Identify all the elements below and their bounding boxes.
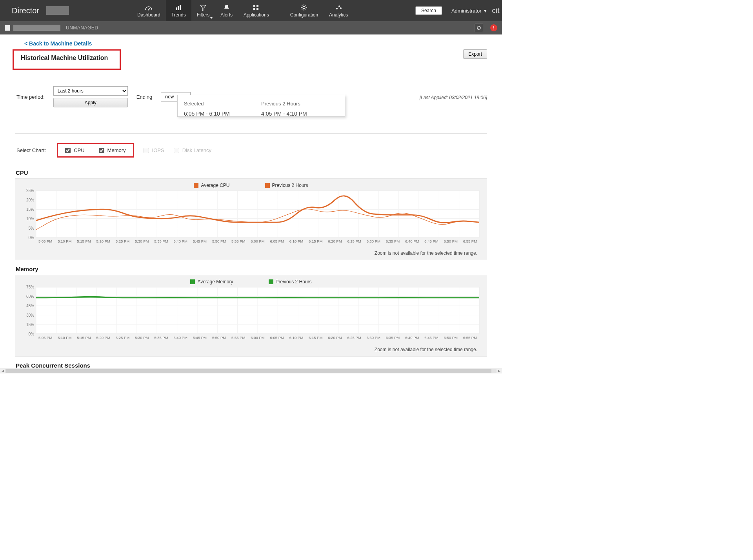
apply-button[interactable]: Apply (53, 98, 128, 107)
scroll-thumb[interactable] (5, 369, 491, 373)
nav-label: Analytics (329, 12, 348, 18)
horizontal-scrollbar[interactable]: ◄ ► (0, 368, 502, 373)
checkbox-cpu-input[interactable] (65, 148, 71, 153)
memory-chart-box: Average Memory Previous 2 Hours 0%15%30%… (15, 275, 487, 357)
refresh-button[interactable] (475, 24, 483, 32)
nav-label: Configuration (290, 12, 318, 18)
nav-configuration[interactable]: Configuration (285, 0, 324, 21)
checkbox-iops-label: IOPS (152, 147, 164, 153)
scroll-right-icon[interactable]: ► (497, 368, 502, 374)
gear-icon (300, 4, 308, 11)
checkbox-memory[interactable]: Memory (99, 147, 126, 153)
svg-rect-8 (256, 8, 258, 10)
legend-label: Average Memory (197, 279, 233, 285)
ending-label: Ending (136, 94, 152, 100)
memory-plot[interactable] (36, 287, 480, 334)
select-chart-label: Select Chart: (16, 147, 46, 153)
nav-alerts[interactable]: Alerts (215, 0, 238, 21)
checkbox-iops-input (144, 148, 149, 153)
nav-applications[interactable]: Applications (238, 0, 275, 21)
legend-swatch-icon (190, 279, 195, 284)
cpu-chart-title: CPU (16, 169, 487, 176)
page-body: < Back to Machine Details Historical Mac… (0, 34, 502, 368)
page-title: Historical Machine Utilization (21, 54, 108, 62)
export-button[interactable]: Export (463, 49, 487, 59)
brand-redacted (46, 6, 69, 15)
time-tooltip-popup: Selected 6:05 PM - 6:10 PM Previous 2 Ho… (177, 95, 345, 117)
divider (15, 133, 487, 134)
cpu-plot[interactable] (36, 190, 480, 237)
memory-chart-section: Memory Average Memory Previous 2 Hours 0… (15, 266, 487, 357)
cpu-chart-section: CPU Average CPU Previous 2 Hours 0%5%10%… (15, 169, 487, 260)
machine-subbar: UNMANAGED ! (0, 21, 502, 34)
top-nav: Director Dashboard Trends Filters Alerts… (0, 0, 502, 21)
back-link[interactable]: < Back to Machine Details (24, 40, 92, 47)
svg-rect-3 (178, 6, 179, 10)
page-title-highlight: Historical Machine Utilization (13, 49, 121, 70)
popup-selected-value: 6:05 PM - 6:10 PM (184, 111, 261, 117)
checkbox-cpu-label: CPU (74, 147, 84, 153)
brand-name: Director (0, 6, 46, 15)
analytics-icon (335, 4, 342, 11)
nav-trends[interactable]: Trends (166, 0, 191, 21)
svg-rect-6 (256, 5, 258, 7)
nav-analytics[interactable]: Analytics (324, 0, 353, 21)
cpu-chart-box: Average CPU Previous 2 Hours 0%5%10%15%2… (15, 178, 487, 260)
checkbox-disk-latency: Disk Latency (174, 147, 211, 153)
nav-dashboard[interactable]: Dashboard (132, 0, 166, 21)
legend-item: Previous 2 Hours (269, 279, 312, 285)
svg-rect-2 (176, 7, 177, 10)
bell-icon (223, 4, 231, 11)
legend-swatch-icon (269, 279, 273, 284)
last-applied: [Last Applied: 03/02/2021 19:06] (420, 95, 487, 100)
legend-swatch-icon (265, 183, 270, 188)
nav-label: Filters (197, 12, 210, 18)
brand-right: cit (492, 7, 502, 15)
alert-badge[interactable]: ! (490, 24, 497, 31)
svg-rect-4 (180, 5, 181, 10)
svg-rect-5 (253, 5, 255, 7)
memory-zoom-note: Zoom is not available for the selected t… (22, 347, 480, 352)
nav-label: Trends (171, 12, 186, 18)
sessions-chart-section: Peak Concurrent Sessions (15, 362, 487, 368)
popup-selected-header: Selected (184, 101, 261, 107)
memory-y-axis: 0%15%30%45%60%75% (22, 287, 36, 334)
checkbox-iops: IOPS (144, 147, 164, 153)
filter-icon (199, 4, 207, 11)
machine-name-redacted (13, 25, 60, 31)
machine-status: UNMANAGED (66, 25, 98, 31)
cpu-y-axis: 0%5%10%15%20%25% (22, 190, 36, 237)
legend-label: Average CPU (201, 183, 229, 188)
gauge-icon (145, 4, 153, 11)
checkbox-memory-input[interactable] (99, 148, 104, 153)
time-period-label: Time period: (16, 94, 45, 100)
sessions-title: Peak Concurrent Sessions (16, 362, 487, 368)
scroll-left-icon[interactable]: ◄ (0, 368, 5, 374)
popup-prev-header: Previous 2 Hours (261, 101, 338, 107)
legend-label: Previous 2 Hours (272, 183, 308, 188)
checkbox-cpu[interactable]: CPU (65, 147, 84, 153)
nav-label: Dashboard (137, 12, 160, 18)
svg-rect-7 (253, 8, 255, 10)
memory-chart-title: Memory (16, 266, 487, 272)
legend-item: Average Memory (190, 279, 233, 285)
scroll-track[interactable] (5, 369, 497, 373)
chevron-down-icon: ▾ (484, 8, 487, 14)
admin-menu[interactable]: Administrator ▾ (451, 8, 487, 14)
memory-x-axis: 5:05 PM5:10 PM5:15 PM5:20 PM5:25 PM5:30 … (36, 335, 480, 340)
checkbox-disk-label: Disk Latency (182, 147, 211, 153)
nav-label: Alerts (220, 12, 233, 18)
nav-filters[interactable]: Filters (191, 0, 215, 21)
cpu-zoom-note: Zoom is not available for the selected t… (22, 250, 480, 256)
cpu-x-axis: 5:05 PM5:10 PM5:15 PM5:20 PM5:25 PM5:30 … (36, 239, 480, 243)
legend-item: Average CPU (194, 183, 229, 188)
admin-label: Administrator (451, 8, 482, 14)
apps-grid-icon (252, 4, 260, 11)
checkbox-memory-label: Memory (107, 147, 126, 153)
svg-line-1 (149, 8, 150, 10)
select-chart-row: Select Chart: CPU Memory IOPS Disk Laten… (16, 143, 487, 158)
nav-items: Dashboard Trends Filters Alerts Applicat… (132, 0, 353, 21)
legend-label: Previous 2 Hours (276, 279, 312, 285)
search-button[interactable]: Search (415, 6, 442, 15)
time-period-select[interactable]: Last 2 hours (53, 86, 128, 96)
